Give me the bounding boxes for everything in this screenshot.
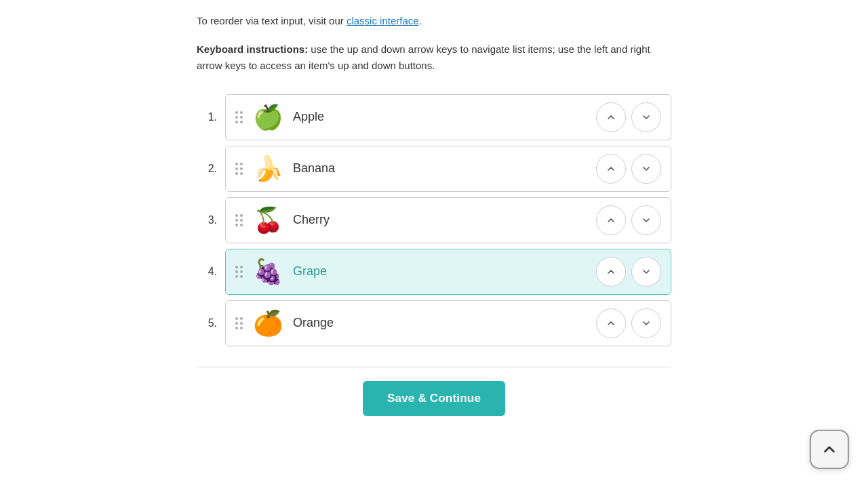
item-number: 2. xyxy=(197,163,217,175)
page-content: To reorder via text input, visit our cla… xyxy=(61,0,807,430)
fruit-emoji: 🍌 xyxy=(251,155,285,183)
chevron-up-icon xyxy=(606,163,616,174)
move-down-button[interactable] xyxy=(631,308,661,338)
fruit-emoji: 🍊 xyxy=(251,309,285,338)
chevron-up-icon xyxy=(606,215,616,226)
chevron-down-icon xyxy=(641,163,652,174)
keyboard-instructions: Keyboard instructions: use the up and do… xyxy=(197,41,671,74)
chevron-up-icon xyxy=(606,266,616,277)
item-number: 4. xyxy=(197,266,217,278)
move-up-button[interactable] xyxy=(596,205,626,235)
drag-handle[interactable] xyxy=(235,163,243,175)
move-down-button[interactable] xyxy=(631,205,661,235)
arrow-buttons xyxy=(596,102,661,132)
chevron-down-icon xyxy=(641,266,652,277)
fruit-name: Banana xyxy=(293,161,588,176)
item-number: 5. xyxy=(197,317,217,329)
intro-text-after: . xyxy=(419,15,422,26)
fruit-card: 🍇Grape xyxy=(225,249,671,295)
list-item: 2.🍌Banana xyxy=(197,146,671,192)
save-continue-button[interactable]: Save & Continue xyxy=(363,381,505,416)
arrow-buttons xyxy=(596,205,661,235)
scroll-top-button[interactable] xyxy=(810,430,849,469)
chevron-down-icon xyxy=(641,215,652,226)
fruit-name: Orange xyxy=(293,316,588,330)
intro-text: To reorder via text input, visit our cla… xyxy=(197,14,671,29)
list-item: 1.🍏Apple xyxy=(197,94,671,140)
arrow-buttons xyxy=(596,154,661,184)
keyboard-instructions-label: Keyboard instructions: xyxy=(197,43,308,55)
drag-handle[interactable] xyxy=(235,266,243,278)
fruit-name: Cherry xyxy=(293,213,588,227)
move-up-button[interactable] xyxy=(596,308,626,338)
drag-handle[interactable] xyxy=(235,317,243,329)
item-number: 1. xyxy=(197,111,217,123)
list-item: 4.🍇Grape xyxy=(197,249,671,295)
arrow-buttons xyxy=(596,308,661,338)
arrow-up-icon xyxy=(821,441,838,458)
arrow-buttons xyxy=(596,257,661,287)
drag-handle[interactable] xyxy=(235,214,243,226)
fruit-card: 🍒Cherry xyxy=(225,197,671,243)
chevron-down-icon xyxy=(641,318,652,329)
fruit-card: 🍊Orange xyxy=(225,300,671,346)
move-up-button[interactable] xyxy=(596,154,626,184)
chevron-up-icon xyxy=(606,112,616,123)
chevron-up-icon xyxy=(606,318,616,329)
bottom-bar: Save & Continue xyxy=(197,381,671,416)
move-down-button[interactable] xyxy=(631,257,661,287)
fruit-name: Apple xyxy=(293,110,588,124)
list-item: 5.🍊Orange xyxy=(197,300,671,346)
fruit-list: 1.🍏Apple2.🍌Banana3.🍒Cherry4.🍇Grape5.🍊Ora… xyxy=(197,94,671,346)
fruit-emoji: 🍏 xyxy=(251,103,285,131)
list-item: 3.🍒Cherry xyxy=(197,197,671,243)
drag-handle[interactable] xyxy=(235,111,243,123)
move-up-button[interactable] xyxy=(596,102,626,132)
classic-interface-link[interactable]: classic interface xyxy=(347,15,419,26)
fruit-emoji: 🍒 xyxy=(251,206,285,235)
intro-text-before: To reorder via text input, visit our xyxy=(197,15,347,26)
chevron-down-icon xyxy=(641,112,652,123)
fruit-emoji: 🍇 xyxy=(251,258,285,286)
move-down-button[interactable] xyxy=(631,102,661,132)
move-up-button[interactable] xyxy=(596,257,626,287)
item-number: 3. xyxy=(197,214,217,226)
fruit-name: Grape xyxy=(293,264,588,279)
fruit-card: 🍌Banana xyxy=(225,146,671,192)
divider xyxy=(197,367,671,367)
fruit-card: 🍏Apple xyxy=(225,94,671,140)
move-down-button[interactable] xyxy=(631,154,661,184)
